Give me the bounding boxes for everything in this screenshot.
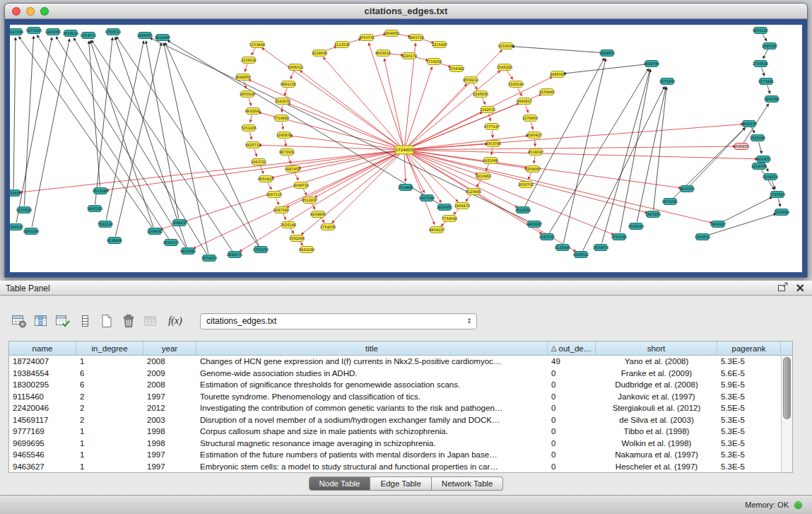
graph-edge[interactable] — [476, 180, 481, 187]
graph-edge[interactable] — [406, 67, 433, 146]
column-header-out_degree[interactable]: △out_de… — [548, 341, 596, 355]
graph-node[interactable]: 9815370 — [679, 186, 695, 192]
graph-node[interactable]: 2185044 — [508, 81, 524, 88]
column-header-name[interactable]: name — [9, 341, 76, 355]
graph-node[interactable]: 9646950 — [235, 74, 251, 81]
graph-node[interactable]: 1850029 — [240, 91, 255, 98]
graph-node[interactable]: 8125940 — [555, 245, 570, 251]
graph-node[interactable]: 1047035 — [539, 234, 555, 240]
graph-node[interactable]: 9981132 — [281, 81, 296, 88]
graph-node[interactable]: 9307148 — [419, 195, 435, 201]
new-file-icon[interactable] — [98, 312, 116, 330]
graph-node[interactable]: 9516047 — [528, 149, 543, 156]
graph-node[interactable]: 9448794 — [644, 61, 659, 67]
graph-node[interactable]: 9234865 — [310, 211, 326, 218]
graph-node[interactable]: 9463627 — [526, 221, 542, 228]
graph-node[interactable]: 2204097 — [525, 166, 541, 173]
graph-edge[interactable] — [493, 131, 493, 138]
graph-edge[interactable] — [285, 88, 288, 96]
graph-node[interactable]: 9087342 — [273, 207, 289, 214]
graph-node[interactable]: 8841290 — [299, 247, 314, 253]
graph-node[interactable]: 8512937 — [302, 197, 317, 204]
edit-columns-icon[interactable] — [54, 312, 72, 330]
graph-edge[interactable] — [384, 59, 404, 146]
graph-node[interactable]: 1687452 — [285, 166, 300, 173]
window-titlebar[interactable]: citations_edges.txt — [5, 4, 807, 19]
graph-edge[interactable] — [245, 64, 248, 72]
graph-node[interactable]: 2730548 — [753, 61, 768, 67]
graph-node[interactable]: 2904187 — [710, 221, 726, 228]
graph-node[interactable]: 1483065 — [45, 29, 61, 35]
graph-node[interactable]: 1440286 — [764, 96, 779, 103]
graph-node[interactable]: 9558214 — [463, 77, 478, 83]
graph-node[interactable]: 1856473 — [454, 203, 470, 209]
graph-node[interactable]: 8632041 — [245, 108, 261, 115]
graph-edge[interactable] — [106, 151, 400, 190]
graph-edge[interactable] — [369, 43, 404, 146]
graph-node[interactable]: 2245830 — [473, 91, 488, 98]
graph-edge[interactable] — [146, 41, 179, 218]
graph-edge[interactable] — [583, 86, 665, 250]
graph-edge[interactable] — [531, 122, 534, 129]
graph-node[interactable]: 8160427 — [526, 132, 542, 139]
table-row[interactable]: 946554611997Estimation of the future num… — [9, 449, 781, 461]
graph-node[interactable]: 2750186 — [611, 234, 627, 240]
table-row[interactable]: 977716911998Corpus callosum shape and si… — [9, 426, 781, 438]
graph-node[interactable]: 1720563 — [770, 192, 785, 198]
graph-edge[interactable] — [276, 199, 279, 205]
graph-node[interactable]: 1206432 — [147, 228, 163, 235]
graph-edge[interactable] — [404, 154, 406, 182]
graph-node[interactable]: 7582140 — [98, 221, 113, 228]
graph-node[interactable]: 1269543 — [695, 234, 710, 240]
graph-node[interactable]: 2210463 — [476, 173, 491, 180]
graph-edge[interactable] — [441, 221, 447, 226]
graph-node[interactable]: 7625148 — [281, 222, 296, 228]
graph-node[interactable]: 1574203 — [201, 255, 217, 262]
graph-node[interactable]: 1245876 — [276, 132, 292, 139]
graph-edge[interactable] — [763, 49, 768, 59]
graph-edge[interactable] — [56, 37, 186, 247]
graph-edge[interactable] — [507, 71, 512, 79]
graph-node[interactable]: 7716254 — [426, 59, 442, 65]
table-row[interactable]: 969969511998Structural magnetic resonanc… — [9, 438, 781, 450]
table-row[interactable]: 911546021997Tourette syndrome. Phenomeno… — [9, 391, 781, 403]
graph-edge[interactable] — [260, 166, 264, 174]
graph-node[interactable]: 8354072 — [81, 33, 96, 39]
graph-node[interactable]: 2156141 — [241, 57, 257, 64]
graph-node[interactable]: 1630874 — [593, 245, 608, 251]
graph-edge[interactable] — [763, 34, 767, 41]
graph-edge[interactable] — [167, 40, 441, 205]
table-row[interactable]: 1830029562008Estimation of significance … — [9, 379, 781, 391]
column-header-year[interactable]: year — [143, 341, 196, 355]
graph-node[interactable]: 9245012 — [573, 252, 589, 258]
graph-edge[interactable] — [16, 37, 52, 223]
graph-node[interactable]: 8961728 — [408, 35, 424, 41]
graph-edge[interactable] — [534, 156, 535, 163]
graph-edge[interactable] — [13, 37, 16, 189]
graph-edge[interactable] — [249, 98, 252, 106]
graph-node[interactable]: 2267115 — [266, 192, 282, 198]
graph-node[interactable]: 1276903 — [522, 115, 538, 122]
graph-edge[interactable] — [762, 68, 765, 76]
graph-edge[interactable] — [106, 41, 143, 220]
graph-node[interactable]: 9353786 — [486, 141, 501, 147]
graph-edge[interactable] — [526, 105, 529, 113]
graph-node[interactable]: 1938455 — [137, 33, 153, 39]
graph-edge[interactable] — [535, 139, 536, 146]
tab-edge-table[interactable]: Edge Table — [370, 477, 431, 491]
graph-node[interactable]: 1153844 — [249, 42, 265, 48]
graph-node[interactable]: 9414085 — [180, 248, 196, 255]
close-button[interactable] — [12, 7, 20, 16]
graph-edge[interactable] — [290, 228, 294, 233]
graph-node[interactable]: 9508143 — [628, 223, 644, 230]
graph-node[interactable]: 9642135 — [741, 121, 757, 127]
graph-node[interactable]: 1214306 — [751, 163, 767, 170]
graph-edge[interactable] — [282, 105, 283, 112]
graph-node[interactable]: 2630951 — [437, 204, 452, 211]
graph-node[interactable]: 1620084 — [10, 29, 23, 35]
graph-edge[interactable] — [254, 149, 257, 157]
graph-edge[interactable] — [528, 173, 531, 180]
graph-edge[interactable] — [283, 214, 286, 219]
graph-node[interactable]: 2216608 — [312, 50, 327, 57]
graph-edge[interactable] — [19, 37, 153, 228]
